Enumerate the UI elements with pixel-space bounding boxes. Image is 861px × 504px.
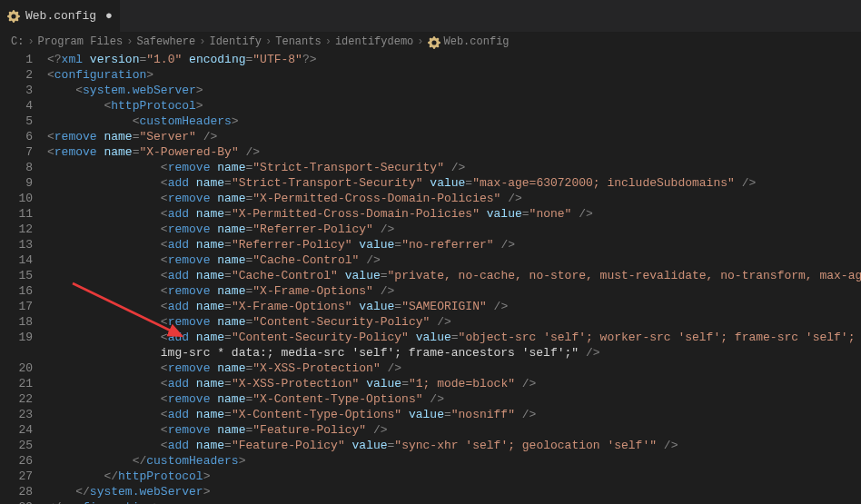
chevron-right-icon: › bbox=[417, 35, 423, 48]
breadcrumb-segment[interactable]: Program Files bbox=[38, 35, 124, 48]
chevron-right-icon: › bbox=[27, 35, 34, 48]
code-line[interactable]: <add name="Strict-Transport-Security" va… bbox=[47, 175, 861, 191]
line-number: 4 bbox=[0, 98, 33, 114]
line-number: 19 bbox=[0, 330, 33, 345]
line-number: 22 bbox=[0, 391, 33, 407]
code-line[interactable]: <add name="Content-Security-Policy" valu… bbox=[47, 330, 861, 345]
gear-icon bbox=[7, 10, 20, 23]
code-line[interactable]: <configuration> bbox=[47, 67, 861, 83]
line-number: 2 bbox=[0, 67, 33, 83]
code-line[interactable]: <httpProtocol> bbox=[47, 98, 861, 114]
code-area[interactable]: <?xml version="1.0" encoding="UTF-8"?><c… bbox=[42, 52, 861, 504]
line-number: 27 bbox=[0, 469, 33, 484]
code-line[interactable]: <remove name="Feature-Policy" /> bbox=[47, 422, 861, 438]
dirty-indicator-icon: ● bbox=[102, 9, 113, 23]
line-number: 29 bbox=[0, 499, 33, 504]
code-line[interactable]: <remove name="X-Permitted-Cross-Domain-P… bbox=[47, 191, 861, 206]
line-number: 15 bbox=[0, 268, 33, 283]
code-line[interactable]: <add name="Feature-Policy" value="sync-x… bbox=[47, 438, 861, 453]
tab-bar: Web.config ● bbox=[0, 0, 861, 32]
line-number: 26 bbox=[0, 453, 33, 469]
code-line[interactable]: </customHeaders> bbox=[47, 453, 861, 469]
code-line[interactable]: <add name="Referrer-Policy" value="no-re… bbox=[47, 237, 861, 252]
line-number: 8 bbox=[0, 160, 33, 175]
code-line[interactable]: <remove name="Cache-Control" /> bbox=[47, 252, 861, 268]
line-number: 28 bbox=[0, 484, 33, 499]
line-number: 7 bbox=[0, 144, 33, 160]
line-number: 20 bbox=[0, 361, 33, 376]
code-line[interactable]: img-src * data:; media-src 'self'; frame… bbox=[47, 345, 861, 361]
line-number: 14 bbox=[0, 252, 33, 268]
code-line[interactable]: <remove name="Referrer-Policy" /> bbox=[47, 222, 861, 237]
tab-webconfig[interactable]: Web.config ● bbox=[0, 0, 120, 32]
code-line[interactable]: <remove name="Content-Security-Policy" /… bbox=[47, 314, 861, 330]
code-line[interactable]: <remove name="X-Content-Type-Options" /> bbox=[47, 391, 861, 407]
line-number: 6 bbox=[0, 129, 33, 144]
line-number-gutter: 1234567891011121314151617181920212223242… bbox=[0, 52, 42, 504]
line-number: 11 bbox=[0, 206, 33, 222]
code-line[interactable]: <remove name="Strict-Transport-Security"… bbox=[47, 160, 861, 175]
line-number: 10 bbox=[0, 191, 33, 206]
code-line[interactable]: <?xml version="1.0" encoding="UTF-8"?> bbox=[47, 52, 861, 67]
line-number: 13 bbox=[0, 237, 33, 252]
code-line[interactable]: </system.webServer> bbox=[47, 484, 861, 499]
code-line[interactable]: <add name="X-Frame-Options" value="SAMEO… bbox=[47, 299, 861, 314]
code-line[interactable]: <add name="Cache-Control" value="private… bbox=[47, 268, 861, 283]
line-number: 12 bbox=[0, 222, 33, 237]
code-line[interactable]: <add name="X-Permitted-Cross-Domain-Poli… bbox=[47, 206, 861, 222]
breadcrumb-segment[interactable]: Identify bbox=[209, 35, 262, 48]
code-line[interactable]: <add name="X-XSS-Protection" value="1; m… bbox=[47, 376, 861, 391]
code-line[interactable]: <system.webServer> bbox=[47, 83, 861, 98]
line-number: 18 bbox=[0, 314, 33, 330]
tab-label: Web.config bbox=[25, 9, 96, 23]
code-line[interactable]: <remove name="X-Powered-By" /> bbox=[47, 144, 861, 160]
chevron-right-icon: › bbox=[265, 35, 272, 48]
chevron-right-icon: › bbox=[325, 35, 332, 48]
chevron-right-icon: › bbox=[199, 35, 205, 48]
code-line[interactable]: <remove name="Server" /> bbox=[47, 129, 861, 144]
line-number: 23 bbox=[0, 407, 33, 422]
chevron-right-icon: › bbox=[126, 35, 133, 48]
breadcrumb-segment[interactable]: C: bbox=[11, 35, 24, 48]
code-line[interactable]: </httpProtocol> bbox=[47, 469, 861, 484]
breadcrumb-file[interactable]: Web.config bbox=[444, 35, 510, 48]
line-number: 3 bbox=[0, 83, 33, 98]
breadcrumb-segment[interactable]: Safewhere bbox=[136, 35, 195, 48]
breadcrumb: C: › Program Files › Safewhere › Identif… bbox=[0, 32, 861, 52]
line-number: 17 bbox=[0, 299, 33, 314]
breadcrumb-segment[interactable]: identifydemo bbox=[335, 35, 413, 48]
code-line[interactable]: <customHeaders> bbox=[47, 114, 861, 129]
breadcrumb-segment[interactable]: Tenants bbox=[275, 35, 321, 48]
line-number bbox=[0, 345, 33, 361]
line-number: 25 bbox=[0, 438, 33, 453]
line-number: 9 bbox=[0, 175, 33, 191]
line-number: 5 bbox=[0, 114, 33, 129]
line-number: 24 bbox=[0, 422, 33, 438]
line-number: 21 bbox=[0, 376, 33, 391]
code-line[interactable]: <remove name="X-XSS-Protection" /> bbox=[47, 361, 861, 376]
line-number: 1 bbox=[0, 52, 33, 67]
code-line[interactable]: <remove name="X-Frame-Options" /> bbox=[47, 283, 861, 299]
line-number: 16 bbox=[0, 283, 33, 299]
code-line[interactable]: </configuration> bbox=[47, 499, 861, 504]
editor[interactable]: 1234567891011121314151617181920212223242… bbox=[0, 52, 861, 504]
gear-icon bbox=[428, 36, 440, 49]
code-line[interactable]: <add name="X-Content-Type-Options" value… bbox=[47, 407, 861, 422]
